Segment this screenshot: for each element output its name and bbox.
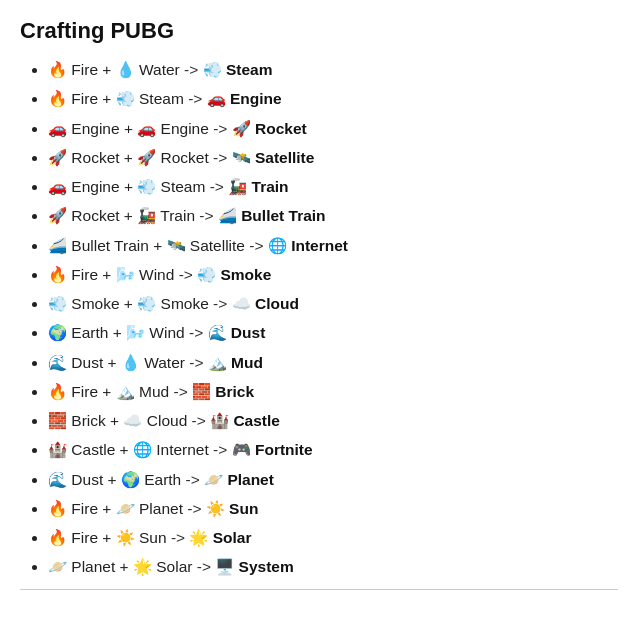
result-icon: 🌊 [208, 324, 227, 341]
ingredient-b-icon: 💨 [137, 295, 156, 312]
result-icon: ☀️ [206, 500, 225, 517]
arrow: -> [197, 558, 211, 575]
result-label: Fortnite [255, 441, 313, 458]
ingredient-a-label: Bullet Train [71, 237, 149, 254]
ingredient-a-label: Rocket [71, 149, 119, 166]
ingredient-b-icon: ☁️ [123, 412, 142, 429]
ingredient-a-label: Planet [71, 558, 115, 575]
result-label: Castle [233, 412, 280, 429]
result-label: Internet [291, 237, 348, 254]
ingredient-a-icon: 🔥 [48, 266, 67, 283]
arrow: -> [213, 120, 227, 137]
ingredient-b-label: Water [139, 61, 180, 78]
arrow: -> [192, 412, 206, 429]
arrow: -> [249, 237, 263, 254]
page-title: Crafting PUBG [20, 18, 618, 44]
list-item: 🌍 Earth + 🌬️ Wind -> 🌊 Dust [48, 321, 618, 344]
ingredient-a-icon: 🚀 [48, 207, 67, 224]
ingredient-a-icon: 🚗 [48, 178, 67, 195]
ingredient-b-label: Wind [139, 266, 174, 283]
ingredient-a-label: Castle [71, 441, 115, 458]
result-label: Train [252, 178, 289, 195]
ingredient-b-icon: 🌬️ [126, 324, 145, 341]
result-icon: 💨 [197, 266, 216, 283]
list-item: 🔥 Fire + ☀️ Sun -> 🌟 Solar [48, 526, 618, 549]
ingredient-b-icon: 💧 [116, 61, 135, 78]
list-item: 🚄 Bullet Train + 🛰️ Satellite -> 🌐 Inter… [48, 234, 618, 257]
result-icon: 💨 [203, 61, 222, 78]
ingredient-b-icon: 🚀 [137, 149, 156, 166]
ingredient-b-icon: 🌐 [133, 441, 152, 458]
ingredient-a-label: Fire [71, 266, 98, 283]
result-label: Engine [230, 90, 282, 107]
arrow: -> [213, 149, 227, 166]
ingredient-b-label: Solar [156, 558, 192, 575]
result-icon: 🚀 [232, 120, 251, 137]
result-label: Solar [213, 529, 252, 546]
ingredient-a-icon: 🪐 [48, 558, 67, 575]
ingredient-b-label: Train [160, 207, 195, 224]
ingredient-b-icon: 💨 [137, 178, 156, 195]
arrow: -> [213, 441, 227, 458]
ingredient-b-icon: 🌍 [121, 471, 140, 488]
arrow: -> [189, 354, 203, 371]
ingredient-b-icon: 🌟 [133, 558, 152, 575]
arrow: -> [184, 61, 198, 78]
ingredient-a-icon: 🌍 [48, 324, 67, 341]
ingredient-a-icon: 🔥 [48, 383, 67, 400]
ingredient-a-icon: 🔥 [48, 90, 67, 107]
ingredient-b-label: Steam [139, 90, 184, 107]
arrow: -> [199, 207, 213, 224]
result-icon: 🚂 [228, 178, 247, 195]
result-label: Smoke [220, 266, 271, 283]
list-item: 🌊 Dust + 🌍 Earth -> 🪐 Planet [48, 468, 618, 491]
ingredient-a-label: Smoke [71, 295, 119, 312]
list-item: 🧱 Brick + ☁️ Cloud -> 🏰 Castle [48, 409, 618, 432]
ingredient-a-icon: 🌊 [48, 354, 67, 371]
result-label: Brick [215, 383, 254, 400]
result-label: Bullet Train [241, 207, 325, 224]
ingredient-a-label: Dust [71, 471, 103, 488]
arrow: -> [187, 500, 201, 517]
ingredient-b-label: Planet [139, 500, 183, 517]
ingredient-a-label: Fire [71, 61, 98, 78]
ingredient-a-icon: 🔥 [48, 61, 67, 78]
result-label: System [239, 558, 294, 575]
ingredient-b-label: Cloud [147, 412, 188, 429]
result-icon: ☁️ [232, 295, 251, 312]
result-icon: 🌟 [189, 529, 208, 546]
result-label: Satellite [255, 149, 314, 166]
ingredient-b-icon: 🌬️ [116, 266, 135, 283]
ingredient-a-icon: 💨 [48, 295, 67, 312]
ingredient-b-label: Sun [139, 529, 167, 546]
list-item: 🌊 Dust + 💧 Water -> 🏔️ Mud [48, 351, 618, 374]
ingredient-a-label: Fire [71, 500, 98, 517]
ingredient-a-label: Engine [71, 178, 119, 195]
result-icon: 🏰 [210, 412, 229, 429]
ingredient-a-label: Dust [71, 354, 103, 371]
ingredient-b-label: Smoke [161, 295, 209, 312]
list-item: 🪐 Planet + 🌟 Solar -> 🖥️ System [48, 555, 618, 578]
result-label: Sun [229, 500, 258, 517]
result-label: Cloud [255, 295, 299, 312]
ingredient-a-label: Fire [71, 90, 98, 107]
ingredient-a-label: Engine [71, 120, 119, 137]
result-icon: 🪐 [204, 471, 223, 488]
list-item: 🔥 Fire + 🪐 Planet -> ☀️ Sun [48, 497, 618, 520]
result-label: Dust [231, 324, 265, 341]
list-item: 🔥 Fire + 💨 Steam -> 🚗 Engine [48, 87, 618, 110]
result-icon: 🏔️ [208, 354, 227, 371]
list-item: 🚀 Rocket + 🚀 Rocket -> 🛰️ Satellite [48, 146, 618, 169]
arrow: -> [213, 295, 227, 312]
ingredient-b-icon: 💨 [116, 90, 135, 107]
ingredient-a-icon: 🔥 [48, 529, 67, 546]
ingredient-a-icon: 🧱 [48, 412, 67, 429]
ingredient-b-label: Mud [139, 383, 169, 400]
bottom-divider [20, 589, 618, 590]
arrow: -> [188, 90, 202, 107]
arrow: -> [186, 471, 200, 488]
list-item: 🔥 Fire + 💧 Water -> 💨 Steam [48, 58, 618, 81]
result-icon: 🚄 [218, 207, 237, 224]
list-item: 🔥 Fire + 🏔️ Mud -> 🧱 Brick [48, 380, 618, 403]
ingredient-b-label: Earth [144, 471, 181, 488]
